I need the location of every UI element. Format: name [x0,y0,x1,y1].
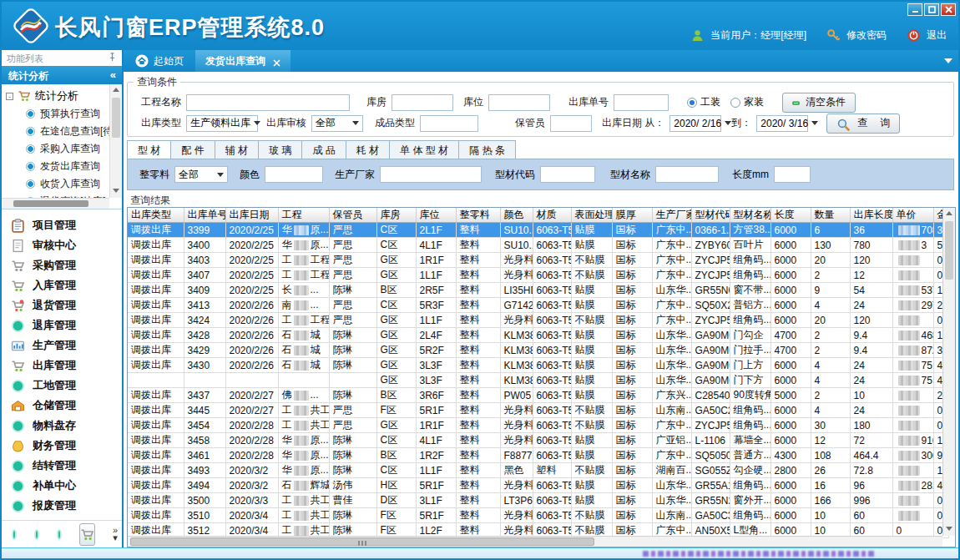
change-password-link[interactable]: 修改密码 [846,28,887,43]
column-header[interactable]: 长度 [771,208,811,223]
column-header[interactable]: 整零料 [456,208,500,223]
logout-link[interactable]: 退出 [927,28,947,43]
tree-item[interactable]: 在途信息查询[待 [6,123,109,140]
sidebar-menu-item[interactable]: 项目管理 [11,215,122,235]
column-header[interactable]: 保管员 [329,208,376,223]
table-row[interactable]: 调拨出库34002020/2/25华原...严思C区4L1F整料SU10...6… [128,238,948,253]
column-header[interactable]: 出库类型 [128,208,184,223]
whole-select[interactable]: 全部 [174,166,228,183]
column-header[interactable]: 型材代码 [691,208,730,223]
sidebar-menu-item[interactable]: 退库管理 [11,315,122,335]
column-header[interactable]: 工程 [278,208,329,223]
pin-icon[interactable] [108,53,117,63]
search-button[interactable]: 查 询 [826,114,900,134]
table-row[interactable]: 调拨出库34932020/3/2华原...陈琳C区1L1F整料黑色塑料不贴膜国标… [128,463,948,478]
sidebar-menu-item[interactable]: 报废管理 [11,496,122,516]
tab-shipping-query[interactable]: 发货出库查询 [195,50,291,72]
column-header[interactable]: 出库日期 [225,208,278,223]
sidebar-menu-item[interactable]: 财务管理 [11,436,122,456]
column-header[interactable]: 库房 [376,208,416,223]
sidebar-menu-item[interactable]: 结转管理 [11,456,122,476]
module-dot-icon[interactable] [34,529,39,540]
tree-item[interactable]: 发货出库查询 [6,158,109,175]
table-row[interactable]: 调拨出库34582020/2/28华原...陈琳C区4L1F整料光身料6063-… [128,433,948,448]
table-row[interactable]: 调拨出库35002020/3/3工共工程曹佳D区3L1F整料LT3P606063… [128,493,948,508]
sidebar-menu-item[interactable]: 采购管理 [11,255,122,275]
maximize-button[interactable] [924,3,939,16]
scroll-up-icon[interactable] [946,211,952,215]
column-header[interactable]: 材质 [533,208,571,223]
sidebar-menu-item[interactable]: 审核中心 [11,235,122,255]
sidebar-menu-item[interactable]: 退货管理 [11,295,122,315]
sidebar-menu-item[interactable]: 生产管理 [11,335,122,356]
material-tab[interactable]: 玻 璃 [259,140,302,159]
table-row[interactable]: 调拨出库34032020/2/25工工程严思G区1R1F整料光身料6063-T5… [128,253,948,268]
column-header[interactable]: 生产厂家 [652,208,691,223]
material-tab[interactable]: 辅 材 [215,140,259,159]
table-row[interactable]: 调拨出库34292020/2/26石城陈琳G区5R2F整料KLM38176063… [128,343,948,358]
close-button[interactable] [941,3,956,16]
table-vertical-scrollbar[interactable] [942,208,955,536]
profile-code-input[interactable] [540,166,595,183]
product-type-input[interactable] [420,115,478,132]
tree-item[interactable]: 收货入库查询 [6,175,109,193]
column-header[interactable]: 库位 [416,208,456,223]
table-horizontal-scrollbar[interactable] [128,536,942,547]
date-to-select[interactable]: 2020/ 3/16 [756,115,808,132]
table-row[interactable]: 调拨出库34542020/2/28工共工程严思G区1R1F整料光身料6063-T… [128,418,948,433]
column-header[interactable]: 膜厚 [612,208,652,223]
material-tab[interactable]: 单 体 型 材 [390,140,459,159]
scroll-down-icon[interactable] [946,527,952,531]
table-row[interactable]: 调拨出库33992020/2/25华原...严思C区2L1F整料SU10...6… [128,223,948,238]
column-header[interactable]: 表面处理 [571,208,612,223]
material-tab[interactable]: 成 品 [302,140,346,159]
table-row[interactable]: G区3L3F整料KLM38176063-T5贴膜国标山东华...GA90M09.… [128,373,948,388]
radio-unselected-icon[interactable] [730,98,740,108]
table-row[interactable]: 调拨出库34452020/2/27工共工程严思F区5R1F整料光身料6063-T… [128,403,948,418]
table-row[interactable]: 调拨出库34302020/2/26石城陈琳G区3L3F整料KLM38176063… [128,358,948,373]
tab-close-icon[interactable] [273,58,280,65]
tree-vertical-scrollbar[interactable] [109,84,122,198]
radio-gongzhuang-option[interactable]: 工装 [687,95,720,109]
chevron-more-icon[interactable]: »▾ [113,527,118,542]
length-input[interactable] [774,166,811,183]
sidebar-menu-item[interactable]: 仓储管理 [11,396,122,416]
tab-home[interactable]: 起始页 [124,50,195,72]
sidebar-menu-item[interactable]: 补单中心 [11,476,122,496]
table-row[interactable]: 调拨出库34132020/2/26南...严思C区5R3F整料G71422606… [128,298,948,313]
radio-jiazhuang-option[interactable]: 家装 [730,95,764,109]
collapse-icon[interactable]: « [110,68,116,81]
cart-module-button[interactable] [79,523,95,546]
scroll-down-icon[interactable] [113,189,119,193]
column-header[interactable]: 型材名称 [730,208,771,223]
sidebar-menu-item[interactable]: 工地管理 [11,376,122,396]
out-type-select[interactable]: 生产领料出库 [186,115,258,132]
table-row[interactable]: 调拨出库34242020/2/26工工程严思G区1L1F整料光身料6063-T5… [128,313,948,328]
column-header[interactable]: 出库长度 [850,208,892,223]
minimize-button[interactable] [907,3,922,16]
material-tab[interactable]: 耗 材 [346,140,390,159]
warehouse-input[interactable] [392,94,453,111]
column-header[interactable]: 颜色 [500,208,533,223]
location-input[interactable] [488,94,550,111]
tree-item[interactable]: 采购入库查询 [6,140,109,158]
table-row[interactable]: 调拨出库34282020/2/26石城陈琳G区2L4F整料KLM38176063… [128,328,948,343]
tree-root[interactable]: - 统计分析 [6,87,109,105]
column-header[interactable]: 数量 [811,208,850,223]
table-row[interactable]: 调拨出库34612020/2/28华原...陈琳B区1R2F整料F8877FT6… [128,448,948,463]
tree-item[interactable]: 预算执行查询 [6,105,109,123]
material-tab[interactable]: 型 材 [127,140,171,159]
audit-select[interactable]: 全部 [311,115,363,132]
table-row[interactable]: 调拨出库34092020/2/25长...陈琳B区2R5F整料LI35HD606… [128,283,948,298]
table-row[interactable]: 调拨出库34372020/2/27佛...陈琳B区3R6F整料PW056063-… [128,388,948,403]
maker-input[interactable] [380,166,482,183]
scroll-up-icon[interactable] [113,88,119,92]
sidebar-menu-item[interactable]: 出库管理 [11,356,122,376]
table-row[interactable]: 调拨出库34072020/2/25工工程严思G区1L1F整料光身料6063-T5… [128,268,948,283]
sidebar-menu-item[interactable]: 入库管理 [11,275,122,295]
table-row[interactable]: 调拨出库35102020/3/4工共工程陈琳F区5R1F整料光身料6063-T5… [128,508,948,523]
material-tab[interactable]: 隔 热 条 [459,140,516,159]
module-dot-icon[interactable] [12,529,17,540]
date-from-select[interactable]: 2020/ 2/16 [669,115,721,132]
order-no-input[interactable] [614,94,669,111]
